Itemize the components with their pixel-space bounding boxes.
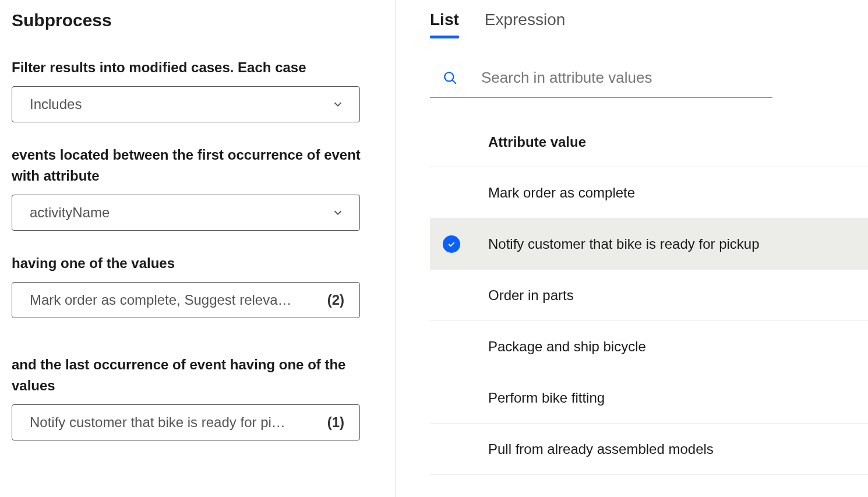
having-values-count: (2) [327, 292, 344, 308]
filter-select[interactable]: Includes [12, 86, 360, 122]
list-item[interactable]: Perform bike fitting [430, 372, 868, 424]
search-input[interactable] [481, 69, 772, 87]
having-label: having one of the values [12, 253, 384, 274]
search-icon [443, 71, 458, 86]
svg-point-0 [444, 72, 453, 81]
list-item-label: Package and ship bicycle [488, 339, 646, 355]
attribute-value: activityName [30, 205, 326, 221]
list-item[interactable]: Order in parts [430, 270, 868, 321]
tab-expression[interactable]: Expression [485, 10, 566, 38]
page-title: Subprocess [12, 10, 384, 30]
last-values-text: Notify customer that bike is ready for p… [30, 414, 319, 431]
list-item[interactable]: Mark order as complete [430, 167, 868, 218]
last-group: and the last occurrence of event having … [12, 354, 384, 440]
attribute-select[interactable]: activityName [12, 195, 360, 231]
svg-line-1 [452, 80, 456, 84]
last-label: and the last occurrence of event having … [12, 354, 384, 396]
between-label: events located between the first occurre… [12, 144, 384, 186]
last-values-count: (1) [327, 414, 344, 431]
list-item-label: Perform bike fitting [488, 390, 605, 406]
filter-label: Filter results into modified cases. Each… [12, 57, 384, 78]
list-item-label: Order in parts [488, 287, 574, 304]
list-item-label: Notify customer that bike is ready for p… [488, 236, 760, 252]
chevron-down-icon [331, 206, 344, 219]
attribute-value-header: Attribute value [430, 134, 868, 167]
filter-group: Filter results into modified cases. Each… [12, 57, 384, 122]
last-values-select[interactable]: Notify customer that bike is ready for p… [12, 404, 360, 440]
list-item[interactable]: Pull from already assembled models [430, 424, 868, 475]
chevron-down-icon [331, 98, 344, 111]
list-item-label: Mark order as complete [488, 185, 635, 201]
right-panel: List Expression Attribute value Mark ord… [396, 0, 868, 497]
list-item-label: Pull from already assembled models [488, 441, 714, 457]
having-values-select[interactable]: Mark order as complete, Suggest releva… … [12, 282, 360, 318]
filter-value: Includes [30, 96, 326, 112]
having-group: having one of the values Mark order as c… [12, 253, 384, 318]
search-row [430, 69, 772, 98]
list-item[interactable]: Package and ship bicycle [430, 321, 868, 372]
left-panel: Subprocess Filter results into modified … [0, 0, 396, 497]
check-icon [443, 235, 460, 253]
between-group: events located between the first occurre… [12, 144, 384, 231]
tab-list[interactable]: List [430, 10, 459, 38]
having-values-text: Mark order as complete, Suggest releva… [30, 292, 319, 308]
tabs: List Expression [430, 10, 868, 38]
attribute-list: Mark order as completeNotify customer th… [430, 167, 868, 475]
list-item[interactable]: Notify customer that bike is ready for p… [430, 218, 868, 270]
